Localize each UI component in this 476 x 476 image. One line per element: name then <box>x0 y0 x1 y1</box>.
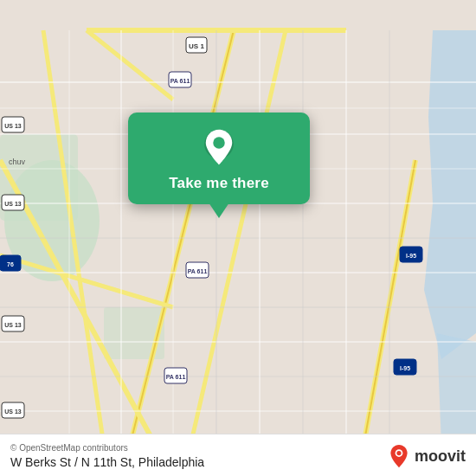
svg-text:PA 611: PA 611 <box>166 374 186 380</box>
svg-text:76: 76 <box>7 261 14 267</box>
location-pin-icon <box>200 128 238 166</box>
moovit-logo: moovit <box>387 444 466 468</box>
popup-card: Take me there <box>128 113 310 204</box>
svg-text:US 13: US 13 <box>4 408 22 415</box>
svg-text:US 13: US 13 <box>4 322 22 328</box>
svg-text:I-95: I-95 <box>400 365 410 371</box>
svg-text:US 13: US 13 <box>4 201 22 207</box>
svg-point-57 <box>213 137 225 149</box>
map-container: US 1 PA 611 PA 611 PA 611 PA 611 US 13 U… <box>0 0 476 476</box>
bottom-left-info: © OpenStreetMap contributors W Berks St … <box>10 443 204 469</box>
svg-text:PA 611: PA 611 <box>188 268 208 274</box>
svg-text:US 1: US 1 <box>189 42 204 50</box>
svg-text:US 13: US 13 <box>4 123 22 129</box>
location-label: W Berks St / N 11th St, Philadelphia <box>10 455 204 469</box>
moovit-brand-text: moovit <box>415 447 466 466</box>
take-me-there-button[interactable]: Take me there <box>169 175 269 192</box>
svg-text:PA 611: PA 611 <box>170 78 190 84</box>
map-background: US 1 PA 611 PA 611 PA 611 PA 611 US 13 U… <box>0 0 476 476</box>
map-attribution: © OpenStreetMap contributors <box>10 443 204 453</box>
svg-text:I-95: I-95 <box>406 253 416 259</box>
moovit-icon <box>387 444 411 468</box>
svg-text:chuv: chuv <box>9 158 26 166</box>
bottom-bar: © OpenStreetMap contributors W Berks St … <box>0 434 476 476</box>
svg-point-59 <box>396 451 401 455</box>
